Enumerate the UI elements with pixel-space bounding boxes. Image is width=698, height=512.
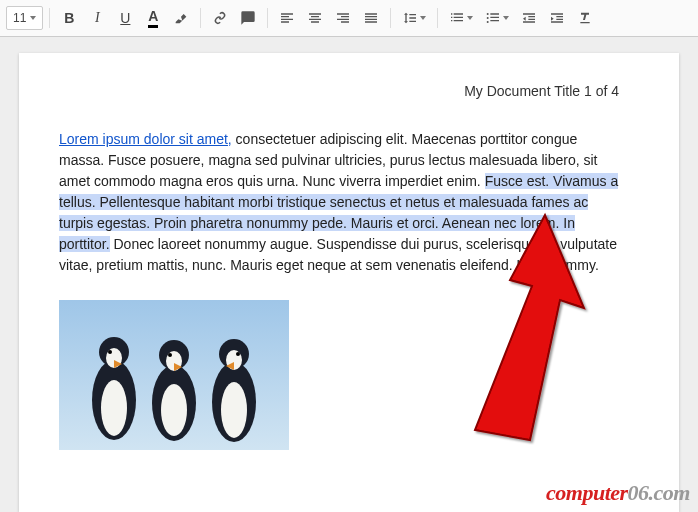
- svg-point-21: [236, 352, 240, 356]
- font-size-value: 11: [13, 11, 26, 25]
- chevron-down-icon: [420, 16, 426, 20]
- indent-decrease-icon: [521, 10, 537, 26]
- toolbar: 11 B I U A: [0, 0, 698, 37]
- hyperlink-text[interactable]: Lorem ipsum dolor sit amet,: [59, 131, 232, 147]
- align-center-icon: [307, 10, 323, 26]
- increase-indent-button[interactable]: [544, 6, 570, 30]
- page-header: My Document Title 1 of 4: [59, 73, 619, 129]
- document-canvas: My Document Title 1 of 4 Lorem ipsum dol…: [0, 37, 698, 512]
- font-size-select[interactable]: 11: [6, 6, 43, 30]
- clear-formatting-button[interactable]: [572, 6, 598, 30]
- chevron-down-icon: [503, 16, 509, 20]
- align-left-button[interactable]: [274, 6, 300, 30]
- link-icon: [212, 10, 228, 26]
- toolbar-row: 11 B I U A: [0, 4, 698, 36]
- svg-point-1: [487, 17, 489, 19]
- align-center-button[interactable]: [302, 6, 328, 30]
- svg-point-5: [101, 380, 127, 436]
- separator: [49, 8, 50, 28]
- numbered-list-button[interactable]: [444, 6, 478, 30]
- watermark-red: computer: [546, 480, 628, 505]
- clear-format-icon: [577, 10, 593, 26]
- line-spacing-button[interactable]: [397, 6, 431, 30]
- bulleted-list-icon: [485, 10, 501, 26]
- italic-button[interactable]: I: [84, 6, 110, 30]
- highlight-color-button[interactable]: [168, 6, 194, 30]
- line-spacing-icon: [402, 10, 418, 26]
- highlighter-icon: [173, 10, 189, 26]
- text-color-button[interactable]: A: [140, 6, 166, 30]
- underline-button[interactable]: U: [112, 6, 138, 30]
- body-paragraph[interactable]: Lorem ipsum dolor sit amet, consectetuer…: [59, 129, 619, 276]
- penguin-illustration: [59, 300, 289, 450]
- svg-point-9: [108, 350, 112, 354]
- bold-button[interactable]: B: [56, 6, 82, 30]
- insert-link-button[interactable]: [207, 6, 233, 30]
- svg-point-0: [487, 13, 489, 15]
- comment-icon: [240, 10, 256, 26]
- body-text-after: Donec laoreet nonummy augue. Suspendisse…: [59, 236, 617, 273]
- numbered-list-icon: [449, 10, 465, 26]
- chevron-down-icon: [467, 16, 473, 20]
- svg-point-11: [161, 384, 187, 436]
- align-right-button[interactable]: [330, 6, 356, 30]
- separator: [390, 8, 391, 28]
- align-justify-button[interactable]: [358, 6, 384, 30]
- decrease-indent-button[interactable]: [516, 6, 542, 30]
- watermark-gray: 06.com: [628, 480, 690, 505]
- svg-point-17: [221, 382, 247, 438]
- indent-increase-icon: [549, 10, 565, 26]
- separator: [267, 8, 268, 28]
- document-image[interactable]: [59, 300, 289, 450]
- separator: [437, 8, 438, 28]
- insert-comment-button[interactable]: [235, 6, 261, 30]
- svg-point-2: [487, 21, 489, 23]
- separator: [200, 8, 201, 28]
- align-right-icon: [335, 10, 351, 26]
- svg-point-15: [168, 353, 172, 357]
- watermark: computer06.com: [546, 480, 690, 506]
- bulleted-list-button[interactable]: [480, 6, 514, 30]
- align-justify-icon: [363, 10, 379, 26]
- chevron-down-icon: [30, 16, 36, 20]
- document-page[interactable]: My Document Title 1 of 4 Lorem ipsum dol…: [19, 53, 679, 512]
- align-left-icon: [279, 10, 295, 26]
